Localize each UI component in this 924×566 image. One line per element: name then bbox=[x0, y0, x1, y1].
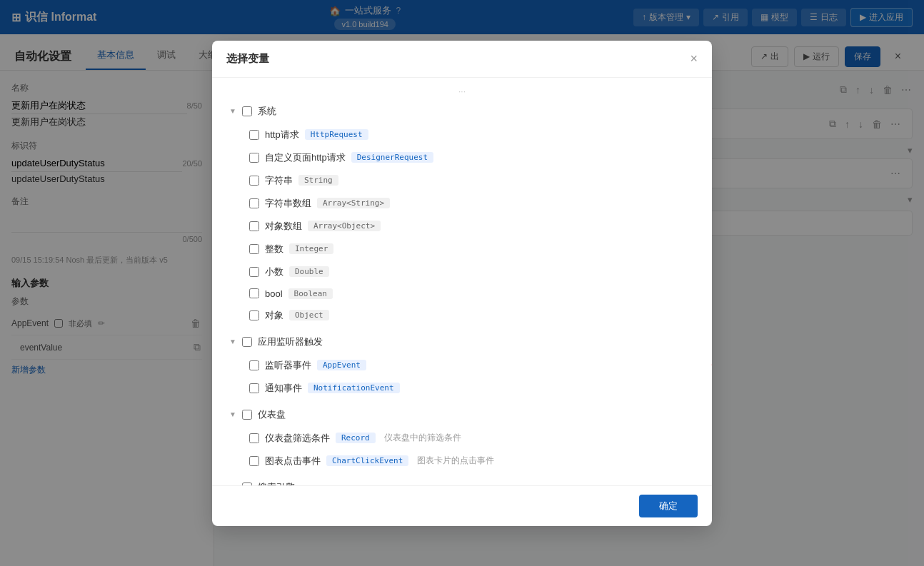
http-checkbox[interactable] bbox=[249, 130, 259, 140]
record-desc: 仪表盘中的筛选条件 bbox=[384, 432, 461, 444]
dashboard-section-checkbox[interactable] bbox=[242, 410, 252, 420]
app-event-tag: AppEvent bbox=[317, 360, 366, 370]
modal-ok-button[interactable]: 确定 bbox=[639, 495, 698, 517]
notification-event-name: 通知事件 bbox=[265, 382, 302, 395]
string-tag: String bbox=[298, 175, 338, 186]
system-section-checkbox[interactable] bbox=[242, 106, 252, 116]
variable-select-modal: 选择变量 × ··· ▼ 系统 http请求 HttpRequest bbox=[212, 41, 712, 526]
var-item-bool: bool Boolean bbox=[246, 283, 698, 304]
modal-overlay: 选择变量 × ··· ▼ 系统 http请求 HttpRequest bbox=[0, 0, 924, 566]
chart-click-tag: ChartClickEvent bbox=[326, 455, 408, 466]
var-item-record: 仪表盘筛选条件 Record 仪表盘中的筛选条件 bbox=[246, 427, 698, 450]
dashboard-collapse-icon: ▼ bbox=[229, 410, 236, 418]
var-item-designer-request: 自定义页面http请求 DesignerRequest bbox=[246, 146, 698, 169]
app-listener-section-checkbox[interactable] bbox=[242, 337, 252, 347]
dashboard-items: 仪表盘筛选条件 Record 仪表盘中的筛选条件 图表点击事件 ChartCli… bbox=[226, 427, 698, 472]
double-tag: Double bbox=[289, 266, 329, 277]
integer-tag: Integer bbox=[289, 243, 333, 254]
designer-request-checkbox[interactable] bbox=[249, 153, 259, 163]
modal-header: 选择变量 × bbox=[212, 41, 712, 78]
object-array-name: 对象数组 bbox=[265, 220, 302, 233]
dashboard-section-header[interactable]: ▼ 仪表盘 bbox=[226, 403, 698, 427]
system-collapse-icon: ▼ bbox=[229, 107, 236, 115]
chart-click-checkbox[interactable] bbox=[249, 456, 259, 466]
designer-request-tag: DesignerRequest bbox=[351, 152, 433, 163]
http-name: http请求 bbox=[265, 128, 299, 141]
double-checkbox[interactable] bbox=[249, 267, 259, 277]
red-arrow-annotation bbox=[705, 351, 712, 380]
var-item-integer: 整数 Integer bbox=[246, 238, 698, 261]
double-name: 小数 bbox=[265, 266, 283, 278]
object-tag: Object bbox=[289, 310, 329, 320]
system-items: http请求 HttpRequest 自定义页面http请求 DesignerR… bbox=[226, 123, 698, 327]
object-array-checkbox[interactable] bbox=[249, 221, 259, 231]
modal-footer: 确定 bbox=[212, 485, 712, 526]
object-name: 对象 bbox=[265, 309, 283, 322]
bool-name: bool bbox=[265, 288, 283, 299]
integer-checkbox[interactable] bbox=[249, 244, 259, 254]
var-item-http: http请求 HttpRequest bbox=[246, 123, 698, 146]
bool-tag: Boolean bbox=[288, 288, 333, 299]
notification-event-tag: NotificationEvent bbox=[308, 383, 400, 393]
string-name: 字符串 bbox=[265, 174, 293, 187]
string-array-checkbox[interactable] bbox=[249, 198, 259, 208]
app-listener-items: 监听器事件 AppEvent bbox=[226, 354, 698, 400]
scroll-hint-top: ··· bbox=[226, 84, 698, 99]
system-section-name: 系统 bbox=[258, 105, 276, 118]
dashboard-section-name: 仪表盘 bbox=[258, 408, 286, 421]
var-item-object: 对象 Object bbox=[246, 304, 698, 327]
var-item-notification-event: 通知事件 NotificationEvent bbox=[246, 377, 698, 400]
app-listener-collapse-icon: ▼ bbox=[229, 338, 236, 345]
bool-checkbox[interactable] bbox=[249, 288, 259, 298]
app-event-checkbox[interactable] bbox=[249, 360, 259, 370]
var-section-system: ▼ 系统 http请求 HttpRequest 自定义页面http请求 Desi… bbox=[226, 99, 698, 327]
app-listener-section-name: 应用监听器触发 bbox=[258, 335, 323, 348]
record-tag: Record bbox=[336, 433, 376, 443]
http-tag: HttpRequest bbox=[305, 129, 368, 140]
modal-close-button[interactable]: × bbox=[690, 52, 698, 65]
object-array-tag: Array<Object> bbox=[308, 221, 381, 231]
modal-title: 选择变量 bbox=[226, 52, 269, 66]
notification-event-checkbox[interactable] bbox=[249, 383, 259, 393]
record-name: 仪表盘筛选条件 bbox=[265, 432, 330, 445]
var-item-string: 字符串 String bbox=[246, 169, 698, 192]
var-section-search: ▼ 搜索引擎 搜索引擎点击事件 TextIndexEvent 点击搜索结果后触发… bbox=[226, 475, 698, 485]
var-item-string-array: 字符串数组 Array<String> bbox=[246, 192, 698, 215]
designer-request-name: 自定义页面http请求 bbox=[265, 151, 346, 164]
var-item-object-array: 对象数组 Array<Object> bbox=[246, 215, 698, 238]
modal-body: ··· ▼ 系统 http请求 HttpRequest 自定义页 bbox=[212, 78, 712, 485]
chart-click-desc: 图表卡片的点击事件 bbox=[417, 455, 494, 467]
string-array-tag: Array<String> bbox=[317, 198, 390, 208]
var-section-app-listener: ▼ 应用监听器触发 监听器事件 AppEvent bbox=[226, 330, 698, 400]
string-checkbox[interactable] bbox=[249, 176, 259, 186]
var-item-chart-click: 图表点击事件 ChartClickEvent 图表卡片的点击事件 bbox=[246, 450, 698, 472]
object-checkbox[interactable] bbox=[249, 310, 259, 320]
search-section-header[interactable]: ▼ 搜索引擎 bbox=[226, 475, 698, 485]
app-listener-section-header[interactable]: ▼ 应用监听器触发 bbox=[226, 330, 698, 354]
integer-name: 整数 bbox=[265, 243, 283, 256]
system-section-header[interactable]: ▼ 系统 bbox=[226, 99, 698, 123]
string-array-name: 字符串数组 bbox=[265, 197, 311, 210]
var-item-app-event: 监听器事件 AppEvent bbox=[246, 354, 698, 377]
var-item-double: 小数 Double bbox=[246, 261, 698, 283]
var-section-dashboard: ▼ 仪表盘 仪表盘筛选条件 Record 仪表盘中的筛选条件 图表点击事件 Ch… bbox=[226, 403, 698, 472]
record-checkbox[interactable] bbox=[249, 433, 259, 443]
app-event-name: 监听器事件 bbox=[265, 359, 311, 372]
chart-click-name: 图表点击事件 bbox=[265, 455, 321, 468]
